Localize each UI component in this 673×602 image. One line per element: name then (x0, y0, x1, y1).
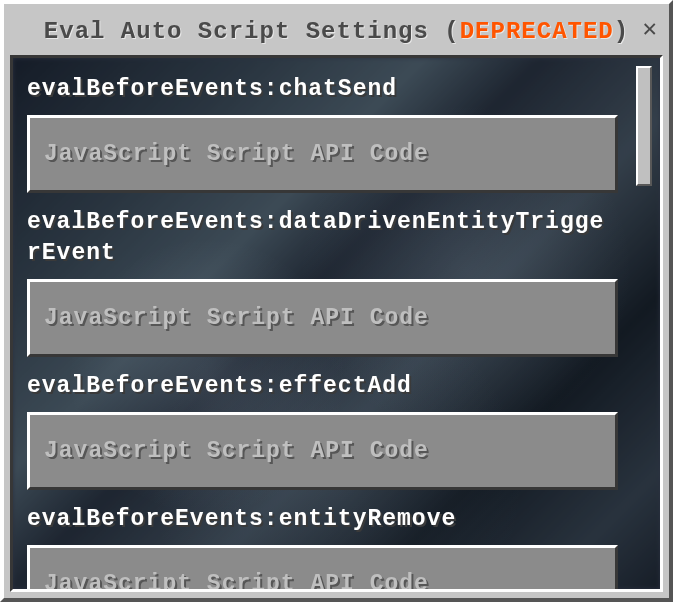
field-label: evalBeforeEvents:chatSend (27, 68, 618, 115)
field-label: evalBeforeEvents:dataDrivenEntityTrigger… (27, 201, 618, 279)
input-placeholder: JavaScript Script API Code (44, 305, 429, 331)
field-group: evalBeforeEvents:chatSend JavaScript Scr… (27, 68, 618, 193)
title-prefix: Eval Auto Script Settings ( (44, 18, 460, 45)
title-suffix: ) (614, 18, 629, 45)
field-label: evalBeforeEvents:effectAdd (27, 365, 618, 412)
field-group: evalBeforeEvents:entityRemove JavaScript… (27, 498, 618, 589)
code-input-datadriven[interactable]: JavaScript Script API Code (27, 279, 618, 357)
close-icon[interactable]: ✕ (643, 18, 657, 42)
modal-frame: Eval Auto Script Settings (DEPRECATED) ✕… (0, 0, 673, 602)
input-placeholder: JavaScript Script API Code (44, 571, 429, 589)
code-input-entityremove[interactable]: JavaScript Script API Code (27, 545, 618, 589)
title-deprecated: DEPRECATED (460, 18, 614, 45)
code-input-effectadd[interactable]: JavaScript Script API Code (27, 412, 618, 490)
scrollbar-track[interactable] (636, 66, 652, 581)
modal-inner: Eval Auto Script Settings (DEPRECATED) ✕… (10, 10, 663, 592)
scroll-body[interactable]: evalBeforeEvents:chatSend JavaScript Scr… (13, 58, 632, 589)
input-placeholder: JavaScript Script API Code (44, 438, 429, 464)
code-input-chatsend[interactable]: JavaScript Script API Code (27, 115, 618, 193)
titlebar: Eval Auto Script Settings (DEPRECATED) ✕ (10, 10, 663, 55)
field-group: evalBeforeEvents:dataDrivenEntityTrigger… (27, 201, 618, 357)
input-placeholder: JavaScript Script API Code (44, 141, 429, 167)
scrollbar-thumb[interactable] (636, 66, 652, 186)
content-area: evalBeforeEvents:chatSend JavaScript Scr… (10, 55, 663, 592)
modal-title: Eval Auto Script Settings (DEPRECATED) (44, 18, 629, 45)
field-label: evalBeforeEvents:entityRemove (27, 498, 618, 545)
field-group: evalBeforeEvents:effectAdd JavaScript Sc… (27, 365, 618, 490)
